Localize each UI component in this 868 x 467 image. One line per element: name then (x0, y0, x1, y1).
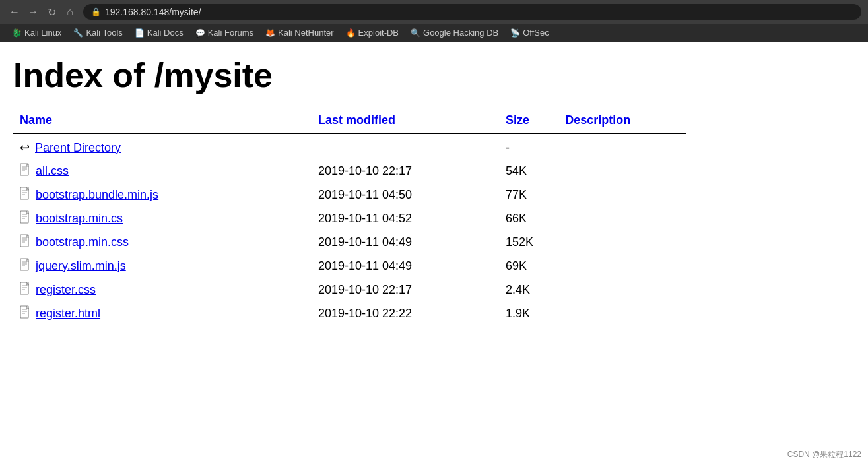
bookmark-label: Kali Forums (208, 28, 253, 38)
file-description-cell (558, 206, 686, 230)
file-name-cell: all.css (13, 159, 312, 183)
table-row: bootstrap.bundle.min.js2019-10-11 04:507… (13, 183, 686, 206)
file-modified-cell: 2019-10-11 04:49 (312, 254, 499, 278)
table-row: jquery.slim.min.js2019-10-11 04:4969K (13, 254, 686, 278)
directory-table: Name Last modified Size Description ↩Par… (13, 108, 686, 325)
page-title: Index of /mysite (13, 55, 855, 95)
file-modified-cell: 2019-10-11 04:52 (312, 206, 499, 230)
file-description-cell (558, 183, 686, 206)
parent-directory-link[interactable]: Parent Directory (35, 141, 121, 155)
file-modified-cell: 2019-10-10 22:17 (312, 278, 499, 301)
bookmark-kali-forums[interactable]: 💬 Kali Forums (190, 26, 259, 39)
bookmark-exploit-db[interactable]: 🔥 Exploit-DB (341, 26, 404, 39)
file-icon (20, 210, 30, 226)
address-bar[interactable] (105, 7, 853, 17)
bookmark-label: Kali Docs (147, 28, 184, 38)
file-icon (20, 234, 30, 250)
file-name-cell: bootstrap.min.css (13, 230, 312, 254)
header-last-modified: Last modified (312, 108, 499, 133)
file-modified-cell: 2019-10-11 04:49 (312, 230, 499, 254)
lock-icon: 🔒 (91, 7, 101, 16)
file-icon (20, 305, 30, 321)
bookmark-label: Kali NetHunter (278, 28, 334, 38)
file-name-cell: bootstrap.min.cs (13, 206, 312, 230)
file-description-cell (558, 301, 686, 325)
file-modified-cell: 2019-10-10 22:17 (312, 159, 499, 183)
bookmark-label: Kali Tools (86, 28, 122, 38)
reload-button[interactable]: ↻ (44, 4, 59, 20)
file-size-cell: 152K (499, 230, 558, 254)
file-size-cell: 77K (499, 183, 558, 206)
file-description-cell (558, 133, 686, 159)
browser-toolbar: ← → ↻ ⌂ 🔒 (0, 0, 868, 24)
home-button[interactable]: ⌂ (62, 4, 78, 20)
address-bar-wrap: 🔒 (83, 4, 861, 20)
bookmark-google-hacking-db[interactable]: 🔍 Google Hacking DB (405, 26, 504, 39)
file-description-cell (558, 278, 686, 301)
file-name-cell: bootstrap.bundle.min.js (13, 183, 312, 206)
file-modified-cell: 2019-10-10 22:22 (312, 301, 499, 325)
header-size-link[interactable]: Size (506, 113, 529, 127)
header-description-link[interactable]: Description (565, 113, 630, 127)
table-row: all.css2019-10-10 22:1754K (13, 159, 686, 183)
file-link[interactable]: jquery.slim.min.js (36, 259, 126, 273)
file-size-cell: 1.9K (499, 301, 558, 325)
table-row: register.html2019-10-10 22:221.9K (13, 301, 686, 325)
bookmarks-bar: 🐉 Kali Linux 🔧 Kali Tools 📄 Kali Docs 💬 … (0, 24, 868, 42)
kali-docs-icon: 📄 (135, 28, 145, 38)
table-row: ↩Parent Directory- (13, 133, 686, 159)
header-name-link[interactable]: Name (20, 113, 52, 127)
nav-buttons: ← → ↻ ⌂ (7, 4, 78, 20)
parent-dir-icon: ↩ (20, 140, 30, 155)
bookmark-label: OffSec (523, 28, 549, 38)
file-link[interactable]: bootstrap.min.cs (36, 212, 123, 226)
bookmark-label: Google Hacking DB (423, 28, 498, 38)
file-name-cell: register.css (13, 278, 312, 301)
file-size-cell: 2.4K (499, 278, 558, 301)
bookmark-label: Exploit-DB (358, 28, 399, 38)
bookmark-offsec[interactable]: 📡 OffSec (505, 26, 554, 39)
file-link[interactable]: all.css (36, 164, 69, 178)
file-icon (20, 282, 30, 297)
bookmark-label: Kali Linux (24, 28, 61, 38)
file-description-cell (558, 159, 686, 183)
header-description: Description (558, 108, 686, 133)
exploit-db-icon: 🔥 (346, 28, 356, 38)
table-row: bootstrap.min.cs2019-10-11 04:5266K (13, 206, 686, 230)
bookmark-kali-nethunter[interactable]: 🦊 Kali NetHunter (260, 26, 339, 39)
browser-chrome: ← → ↻ ⌂ 🔒 🐉 Kali Linux 🔧 Kali Tools 📄 Ka… (0, 0, 868, 42)
file-link[interactable]: register.css (36, 283, 96, 297)
file-name-cell: register.html (13, 301, 312, 325)
file-modified-cell: 2019-10-11 04:50 (312, 183, 499, 206)
file-description-cell (558, 254, 686, 278)
kali-tools-icon: 🔧 (73, 28, 83, 38)
bookmark-kali-tools[interactable]: 🔧 Kali Tools (68, 26, 127, 39)
file-icon (20, 187, 30, 202)
file-size-cell: - (499, 133, 558, 159)
file-size-cell: 69K (499, 254, 558, 278)
bottom-divider (13, 336, 686, 336)
header-size: Size (499, 108, 558, 133)
kali-linux-icon: 🐉 (12, 28, 22, 38)
file-icon (20, 258, 30, 274)
file-icon (20, 163, 30, 179)
kali-forums-icon: 💬 (195, 28, 205, 38)
back-button[interactable]: ← (7, 4, 22, 20)
page-content: Index of /mysite Name Last modified Size… (0, 42, 868, 363)
bookmark-kali-linux[interactable]: 🐉 Kali Linux (7, 26, 67, 39)
file-name-cell: jquery.slim.min.js (13, 254, 312, 278)
file-link[interactable]: bootstrap.bundle.min.js (36, 188, 158, 202)
file-size-cell: 66K (499, 206, 558, 230)
forward-button[interactable]: → (25, 4, 41, 20)
bookmark-kali-docs[interactable]: 📄 Kali Docs (129, 26, 189, 39)
table-header-row: Name Last modified Size Description (13, 108, 686, 133)
file-link[interactable]: register.html (36, 307, 100, 321)
header-last-modified-link[interactable]: Last modified (318, 113, 395, 127)
file-description-cell (558, 230, 686, 254)
file-link[interactable]: bootstrap.min.css (36, 235, 129, 249)
offsec-icon: 📡 (510, 28, 520, 38)
file-size-cell: 54K (499, 159, 558, 183)
header-name: Name (13, 108, 312, 133)
file-modified-cell (312, 133, 499, 159)
google-hacking-db-icon: 🔍 (411, 28, 420, 38)
